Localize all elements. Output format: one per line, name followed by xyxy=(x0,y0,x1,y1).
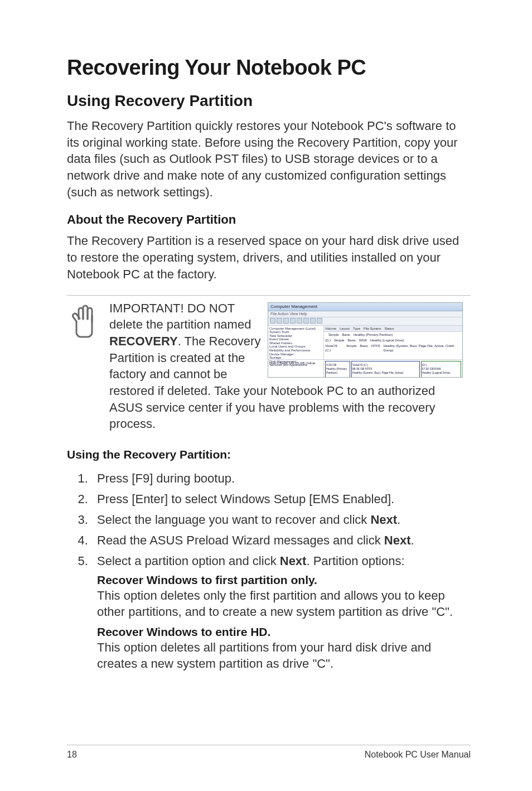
page-title: Recovering Your Notebook PC xyxy=(67,56,471,80)
dm-tree: Computer Management (Local) System Tools… xyxy=(268,326,324,359)
dm-window-title: Computer Management xyxy=(268,303,462,311)
dm-toolbar xyxy=(268,317,462,326)
option-body: This option deletes all partitions from … xyxy=(97,640,471,672)
manual-title: Notebook PC User Manual xyxy=(365,750,471,760)
option-title: Recover Windows to first partition only. xyxy=(97,573,471,587)
about-body: The Recovery Partition is a reserved spa… xyxy=(67,233,471,282)
important-text: Computer Management File Action View Hel… xyxy=(109,300,463,433)
step-item: Press [F9] during bootup. xyxy=(91,469,471,488)
dm-partition: VistaOS (C:)88.36 GB NTFSHealthy (System… xyxy=(351,361,420,378)
dm-disk-layout: Disk 0 Basic 149.05 GB Online 4.00 GBHea… xyxy=(268,359,462,378)
divider xyxy=(67,295,471,296)
caution-hand-icon xyxy=(67,300,101,338)
dm-partition: (D:)57.00 GB RAWHealthy (Logical Drive) xyxy=(421,361,461,378)
steps-list: Press [F9] during bootup.Press [Enter] t… xyxy=(67,469,471,570)
dm-menu: File Action View Help xyxy=(268,311,462,317)
option-body: This option deletes only the first parti… xyxy=(97,588,471,620)
disk-management-screenshot: Computer Management File Action View Hel… xyxy=(268,302,463,378)
important-prefix: IMPORTANT! DO NOT delete the partition n… xyxy=(109,301,251,332)
section-intro: The Recovery Partition quickly restores … xyxy=(67,118,471,200)
dm-volume-table: VolumeLayoutTypeFile SystemStatus Simple… xyxy=(324,326,462,359)
important-note: Computer Management File Action View Hel… xyxy=(67,300,471,433)
partition-option: Recover Windows to entire HD.This option… xyxy=(97,625,471,672)
step-item: Select a partition option and click Next… xyxy=(91,552,471,570)
step-item: Select the language you want to recover … xyxy=(91,510,471,529)
step-item: Read the ASUS Preload Wizard messages an… xyxy=(91,531,471,549)
page-number: 18 xyxy=(67,750,77,760)
about-heading: About the Recovery Partition xyxy=(67,213,471,227)
option-title: Recover Windows to entire HD. xyxy=(97,625,471,639)
using-heading: Using the Recovery Partition: xyxy=(67,448,471,461)
step-item: Press [Enter] to select Windows Setup [E… xyxy=(91,490,471,508)
section-heading: Using Recovery Partition xyxy=(67,92,471,110)
page: Recovering Your Notebook PC Using Recove… xyxy=(0,0,532,791)
page-footer: 18 Notebook PC User Manual xyxy=(0,745,532,760)
dm-partition: 4.00 GBHealthy (Primary Partition) xyxy=(325,361,350,378)
recovery-partition-name: RECOVERY xyxy=(109,334,178,348)
partition-option: Recover Windows to first partition only.… xyxy=(97,573,471,620)
